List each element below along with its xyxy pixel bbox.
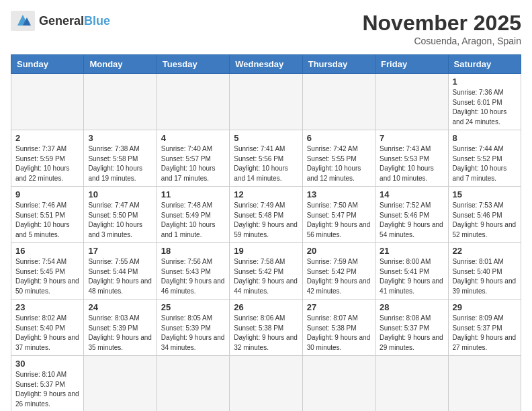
day-info: Sunrise: 7:48 AM Sunset: 5:49 PM Dayligh…: [161, 201, 225, 240]
month-year: November 2025: [362, 11, 521, 36]
day-info: Sunrise: 8:10 AM Sunset: 5:37 PM Dayligh…: [15, 370, 79, 409]
day-info: Sunrise: 7:49 AM Sunset: 5:48 PM Dayligh…: [234, 201, 298, 240]
table-row: 3Sunrise: 7:38 AM Sunset: 5:58 PM Daylig…: [84, 130, 157, 187]
header-thursday: Thursday: [302, 55, 375, 74]
day-info: Sunrise: 7:56 AM Sunset: 5:43 PM Dayligh…: [161, 257, 225, 296]
table-row: 20Sunrise: 7:59 AM Sunset: 5:42 PM Dayli…: [302, 243, 375, 300]
day-number: 5: [234, 133, 298, 143]
table-row: [157, 356, 229, 412]
table-row: 26Sunrise: 8:06 AM Sunset: 5:38 PM Dayli…: [230, 300, 302, 356]
day-info: Sunrise: 8:05 AM Sunset: 5:39 PM Dayligh…: [161, 314, 225, 353]
calendar: Sunday Monday Tuesday Wednesday Thursday…: [11, 54, 521, 411]
day-number: 14: [380, 189, 443, 199]
logo: GeneralBlue: [11, 11, 110, 31]
header-wednesday: Wednesday: [230, 55, 302, 74]
calendar-row: 16Sunrise: 7:54 AM Sunset: 5:45 PM Dayli…: [11, 243, 521, 300]
table-row: 21Sunrise: 8:00 AM Sunset: 5:41 PM Dayli…: [375, 243, 448, 300]
day-info: Sunrise: 7:58 AM Sunset: 5:42 PM Dayligh…: [234, 257, 298, 296]
day-info: Sunrise: 7:37 AM Sunset: 5:59 PM Dayligh…: [15, 144, 79, 183]
table-row: 28Sunrise: 8:08 AM Sunset: 5:37 PM Dayli…: [375, 300, 448, 356]
day-number: 16: [15, 246, 79, 256]
header-monday: Monday: [84, 55, 157, 74]
day-number: 22: [453, 246, 517, 256]
weekday-header-row: Sunday Monday Tuesday Wednesday Thursday…: [11, 55, 521, 74]
day-number: 21: [380, 246, 443, 256]
day-info: Sunrise: 7:44 AM Sunset: 5:52 PM Dayligh…: [453, 144, 517, 183]
day-info: Sunrise: 8:07 AM Sunset: 5:38 PM Dayligh…: [307, 314, 371, 353]
location: Cosuenda, Aragon, Spain: [362, 36, 521, 46]
day-number: 28: [380, 302, 443, 312]
table-row: [230, 356, 302, 412]
day-info: Sunrise: 8:00 AM Sunset: 5:41 PM Dayligh…: [380, 257, 443, 296]
day-number: 6: [307, 133, 371, 143]
day-number: 23: [15, 302, 79, 312]
table-row: 17Sunrise: 7:55 AM Sunset: 5:44 PM Dayli…: [84, 243, 157, 300]
day-number: 30: [15, 359, 79, 369]
title-block: November 2025 Cosuenda, Aragon, Spain: [362, 11, 521, 46]
day-number: 25: [161, 302, 225, 312]
day-number: 20: [307, 246, 371, 256]
day-info: Sunrise: 7:59 AM Sunset: 5:42 PM Dayligh…: [307, 257, 371, 296]
day-info: Sunrise: 8:08 AM Sunset: 5:37 PM Dayligh…: [380, 314, 443, 353]
table-row: [11, 74, 84, 130]
day-info: Sunrise: 7:54 AM Sunset: 5:45 PM Dayligh…: [15, 257, 79, 296]
table-row: 7Sunrise: 7:43 AM Sunset: 5:53 PM Daylig…: [375, 130, 448, 187]
page-header: GeneralBlue November 2025 Cosuenda, Arag…: [11, 11, 521, 46]
table-row: 16Sunrise: 7:54 AM Sunset: 5:45 PM Dayli…: [11, 243, 84, 300]
table-row: 4Sunrise: 7:40 AM Sunset: 5:57 PM Daylig…: [157, 130, 229, 187]
table-row: 27Sunrise: 8:07 AM Sunset: 5:38 PM Dayli…: [302, 300, 375, 356]
day-info: Sunrise: 7:36 AM Sunset: 6:01 PM Dayligh…: [453, 88, 517, 127]
day-number: 2: [15, 133, 79, 143]
day-number: 18: [161, 246, 225, 256]
day-number: 26: [234, 302, 298, 312]
day-info: Sunrise: 7:50 AM Sunset: 5:47 PM Dayligh…: [307, 201, 371, 240]
table-row: 12Sunrise: 7:49 AM Sunset: 5:48 PM Dayli…: [230, 187, 302, 243]
table-row: [84, 74, 157, 130]
table-row: [448, 356, 521, 412]
logo-icon: [11, 11, 35, 31]
table-row: [157, 74, 229, 130]
day-number: 9: [15, 189, 79, 199]
calendar-row: 1Sunrise: 7:36 AM Sunset: 6:01 PM Daylig…: [11, 74, 521, 130]
table-row: [302, 356, 375, 412]
day-number: 19: [234, 246, 298, 256]
day-number: 3: [88, 133, 152, 143]
day-number: 24: [88, 302, 152, 312]
day-info: Sunrise: 7:40 AM Sunset: 5:57 PM Dayligh…: [161, 144, 225, 183]
day-number: 1: [453, 77, 517, 87]
table-row: 5Sunrise: 7:41 AM Sunset: 5:56 PM Daylig…: [230, 130, 302, 187]
header-sunday: Sunday: [11, 55, 84, 74]
table-row: 10Sunrise: 7:47 AM Sunset: 5:50 PM Dayli…: [84, 187, 157, 243]
table-row: [84, 356, 157, 412]
table-row: 8Sunrise: 7:44 AM Sunset: 5:52 PM Daylig…: [448, 130, 521, 187]
table-row: 15Sunrise: 7:53 AM Sunset: 5:46 PM Dayli…: [448, 187, 521, 243]
table-row: 18Sunrise: 7:56 AM Sunset: 5:43 PM Dayli…: [157, 243, 229, 300]
table-row: 6Sunrise: 7:42 AM Sunset: 5:55 PM Daylig…: [302, 130, 375, 187]
day-number: 17: [88, 246, 152, 256]
table-row: 22Sunrise: 8:01 AM Sunset: 5:40 PM Dayli…: [448, 243, 521, 300]
day-info: Sunrise: 7:42 AM Sunset: 5:55 PM Dayligh…: [307, 144, 371, 183]
day-number: 15: [453, 189, 517, 199]
calendar-row: 23Sunrise: 8:02 AM Sunset: 5:40 PM Dayli…: [11, 300, 521, 356]
table-row: [230, 74, 302, 130]
day-number: 13: [307, 189, 371, 199]
day-number: 27: [307, 302, 371, 312]
table-row: [375, 74, 448, 130]
table-row: 24Sunrise: 8:03 AM Sunset: 5:39 PM Dayli…: [84, 300, 157, 356]
table-row: 9Sunrise: 7:46 AM Sunset: 5:51 PM Daylig…: [11, 187, 84, 243]
table-row: 23Sunrise: 8:02 AM Sunset: 5:40 PM Dayli…: [11, 300, 84, 356]
table-row: [375, 356, 448, 412]
table-row: 13Sunrise: 7:50 AM Sunset: 5:47 PM Dayli…: [302, 187, 375, 243]
calendar-row: 2Sunrise: 7:37 AM Sunset: 5:59 PM Daylig…: [11, 130, 521, 187]
calendar-row: 9Sunrise: 7:46 AM Sunset: 5:51 PM Daylig…: [11, 187, 521, 243]
header-tuesday: Tuesday: [157, 55, 229, 74]
logo-text: GeneralBlue: [39, 14, 110, 28]
day-info: Sunrise: 8:02 AM Sunset: 5:40 PM Dayligh…: [15, 314, 79, 353]
day-info: Sunrise: 7:46 AM Sunset: 5:51 PM Dayligh…: [15, 201, 79, 240]
table-row: 19Sunrise: 7:58 AM Sunset: 5:42 PM Dayli…: [230, 243, 302, 300]
header-friday: Friday: [375, 55, 448, 74]
day-info: Sunrise: 7:38 AM Sunset: 5:58 PM Dayligh…: [88, 144, 152, 183]
day-info: Sunrise: 8:09 AM Sunset: 5:37 PM Dayligh…: [453, 314, 517, 353]
table-row: 2Sunrise: 7:37 AM Sunset: 5:59 PM Daylig…: [11, 130, 84, 187]
day-number: 12: [234, 189, 298, 199]
